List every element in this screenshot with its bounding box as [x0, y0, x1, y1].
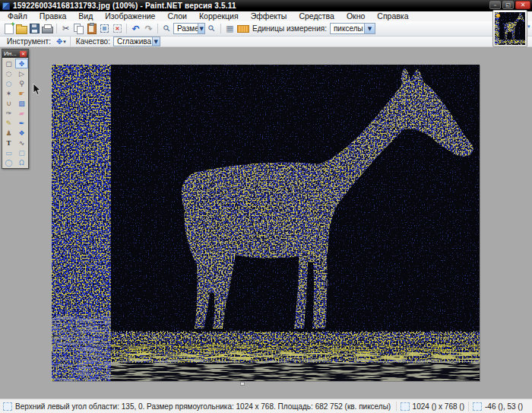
menu-utilities[interactable]: Средства	[293, 11, 340, 21]
title-bar: 1592260034168131793.jpg (100%) - Paint.N…	[0, 0, 532, 11]
tool-gradient[interactable]: ▨	[15, 98, 28, 108]
tool-rounded-rectangle[interactable]: ▢	[15, 148, 28, 157]
tool-rectangle[interactable]: ▭	[2, 148, 15, 157]
workspace: Ин... ✕ ▢ ✥ ◌ ▷ ○ ⚲ ✶ ☛ ∪ ▨ ✑ ▰ ✎ ✒ ♟ ❖ …	[0, 47, 532, 399]
menu-edit[interactable]: Правка	[33, 11, 72, 21]
tool-magic-wand[interactable]: ✶	[2, 88, 15, 98]
app-icon	[2, 2, 10, 10]
menu-file[interactable]: Файл	[2, 11, 33, 21]
zoom-level-value: Размер о	[174, 24, 198, 33]
zoom-in-button[interactable]: ⚲	[202, 19, 220, 37]
paint-net-window: 1592260034168131793.jpg (100%) - Paint.N…	[0, 0, 532, 413]
copy-button[interactable]	[72, 22, 85, 35]
tool-lasso-select[interactable]: ◌	[2, 68, 15, 78]
statusbar-separator	[468, 402, 469, 411]
menu-window[interactable]: Окно	[340, 11, 371, 21]
tool-move-selection[interactable]: ▷	[15, 68, 28, 78]
statusbar-separator	[396, 402, 397, 411]
tool-text[interactable]: T	[2, 138, 15, 148]
restore-button[interactable]: ◱	[502, 1, 514, 9]
main-toolbar: ✂ ↶ ↷ ⚲ Размер о ▼ ⚲ ▦ Единицы измерения…	[0, 21, 532, 37]
units-select[interactable]: пикселы ▼	[330, 23, 375, 34]
open-folder-icon	[16, 26, 27, 34]
paste-clipboard-icon	[87, 24, 97, 34]
floppy-save-icon	[30, 24, 40, 33]
thumbnail-image	[495, 12, 525, 45]
chevron-down-icon[interactable]: ▾	[63, 39, 66, 45]
toolbar-separator	[70, 37, 71, 46]
menu-view[interactable]: Вид	[72, 11, 99, 21]
quality-value: Сглажива ...	[114, 37, 152, 46]
tool-rectangle-select[interactable]: ▢	[2, 59, 15, 68]
palette-close-icon[interactable]: ✕	[20, 51, 27, 57]
minimize-button[interactable]: –	[489, 1, 501, 9]
tool-label: Инструмент:	[7, 37, 51, 46]
status-bar: Верхний левый угол области: 135, 0. Разм…	[0, 399, 532, 413]
printer-icon	[42, 27, 53, 33]
tool-eraser[interactable]: ▰	[15, 108, 28, 118]
window-title: 1592260034168131793.jpg (100%) - Paint.N…	[13, 2, 236, 10]
image-list-chevron-icon[interactable]: ▾	[527, 24, 530, 30]
menu-help[interactable]: Справка	[371, 11, 414, 21]
grid-toggle-button[interactable]: ▦	[223, 22, 236, 35]
undo-button[interactable]: ↶	[129, 22, 142, 35]
move-tool-icon[interactable]: ✥	[56, 37, 62, 46]
tool-recolor[interactable]: ❖	[15, 128, 28, 138]
crop-to-selection-button[interactable]	[98, 22, 111, 35]
tool-color-picker[interactable]: ✒	[15, 118, 28, 128]
tool-line-curve[interactable]: ∿	[15, 138, 28, 148]
tools-palette-titlebar[interactable]: Ин... ✕	[2, 49, 28, 58]
new-file-icon	[5, 24, 14, 34]
selection-info-icon	[3, 402, 12, 411]
tool-freeform-shape[interactable]: Ω	[15, 157, 28, 167]
canvas[interactable]	[52, 65, 480, 381]
copy-icon	[74, 24, 84, 33]
image-size-text: 1024 () x 768 ()	[413, 402, 464, 411]
close-button[interactable]: ✕	[515, 1, 530, 9]
paste-button[interactable]	[85, 22, 98, 35]
tool-pan[interactable]: ☛	[15, 88, 28, 98]
tool-paint-bucket[interactable]: ∪	[2, 98, 15, 108]
image-list-thumbnail[interactable]	[492, 10, 527, 47]
redo-button[interactable]: ↷	[142, 22, 155, 35]
selection-status-text: Верхний левый угол области: 135, 0. Разм…	[15, 402, 392, 411]
units-label: Единицы измерения:	[252, 24, 327, 33]
tool-pencil[interactable]: ✎	[2, 118, 15, 128]
chevron-down-icon[interactable]: ▼	[152, 37, 160, 46]
units-value: пикселы	[331, 24, 364, 33]
save-button[interactable]	[28, 22, 41, 35]
tool-move-selected-pixels[interactable]: ✥	[15, 59, 28, 68]
chevron-down-icon[interactable]: ▼	[364, 24, 375, 33]
mouse-cursor	[33, 84, 41, 96]
crop-icon	[100, 24, 109, 33]
toolbar-separator	[56, 24, 57, 33]
ruler-toggle-button[interactable]	[236, 22, 249, 35]
menu-effects[interactable]: Эффекты	[245, 11, 293, 21]
tool-clone-stamp[interactable]: ♟	[2, 128, 15, 138]
image-size-icon	[401, 402, 410, 411]
zoom-level-select[interactable]: Размер о ▼	[173, 23, 205, 34]
tool-ellipse-select[interactable]: ○	[2, 78, 15, 88]
new-file-button[interactable]	[2, 22, 15, 35]
tool-options-bar: Инструмент: ✥ ▾ Качество: Сглажива ... ▼	[0, 37, 532, 47]
menu-image[interactable]: Изображение	[99, 11, 161, 21]
cursor-position-icon	[473, 402, 482, 411]
tool-zoom[interactable]: ⚲	[15, 78, 28, 88]
unsaved-indicator-dot	[496, 14, 500, 17]
tools-palette-title: Ин...	[4, 50, 17, 57]
menu-adjustments[interactable]: Коррекция	[193, 11, 245, 21]
toolbar-separator	[126, 24, 127, 33]
quality-select[interactable]: Сглажива ... ▼	[113, 37, 160, 46]
deselect-button[interactable]	[111, 22, 124, 35]
print-button[interactable]	[41, 22, 54, 35]
canvas-resize-handle[interactable]	[240, 382, 245, 386]
horse-artwork	[52, 65, 480, 381]
menu-bar: Файл Правка Вид Изображение Слои Коррекц…	[0, 11, 532, 21]
tools-palette: Ин... ✕ ▢ ✥ ◌ ▷ ○ ⚲ ✶ ☛ ∪ ▨ ✑ ▰ ✎ ✒ ♟ ❖ …	[2, 49, 29, 169]
tool-ellipse[interactable]: ◯	[2, 157, 15, 167]
open-file-button[interactable]	[15, 22, 28, 35]
quality-label: Качество:	[76, 37, 110, 46]
tool-paintbrush[interactable]: ✑	[2, 108, 15, 118]
cut-button[interactable]: ✂	[59, 22, 72, 35]
ruler-icon	[237, 25, 249, 33]
